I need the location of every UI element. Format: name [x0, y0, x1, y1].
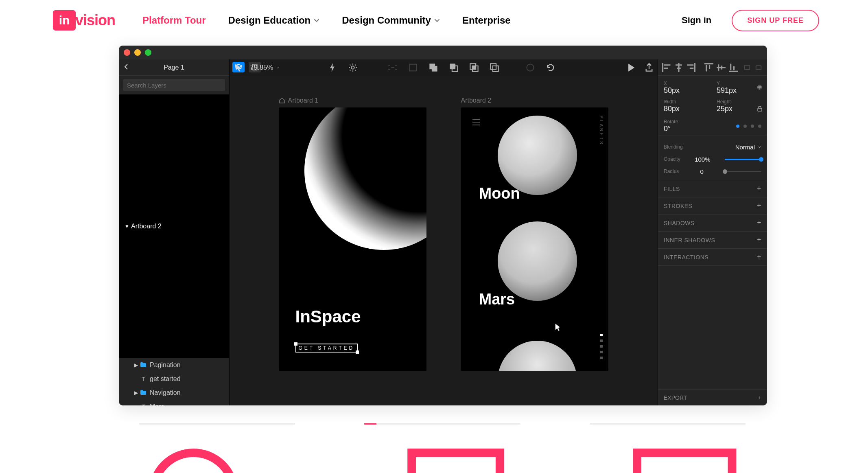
svg-point-1	[351, 66, 354, 69]
back-button[interactable]	[124, 64, 129, 71]
inner-shadows-section[interactable]: INNER SHADOWS+	[658, 232, 767, 249]
align-left-icon[interactable]	[662, 63, 671, 72]
layers-tree: ▼ Artboard 2 ▶ Pagination T get started …	[119, 94, 229, 405]
width-value[interactable]: 80px	[664, 105, 708, 113]
layer-mars-text[interactable]: T Mars	[119, 400, 229, 405]
link-icon[interactable]	[388, 63, 397, 72]
nav-design-community[interactable]: Design Community	[342, 15, 440, 26]
x-value[interactable]: 50px	[664, 86, 708, 95]
align-bottom-icon[interactable]	[729, 63, 738, 72]
width-label: Width	[664, 99, 708, 105]
nav-label: Design Education	[228, 15, 311, 26]
plus-icon[interactable]: +	[757, 236, 761, 244]
radius-slider[interactable]	[725, 171, 761, 172]
lock-icon[interactable]	[757, 106, 762, 113]
search-layers-input[interactable]	[123, 79, 225, 91]
caret-down-icon: ▼	[125, 223, 129, 229]
chevron-down-icon	[757, 146, 761, 148]
corner-radius-presets[interactable]	[736, 125, 761, 128]
layer-label: Artboard 2	[131, 223, 162, 230]
planet-image	[498, 341, 577, 371]
artboard-label[interactable]: Artboard 1	[279, 97, 426, 104]
caret-right-icon: ▶	[133, 390, 138, 396]
interactions-section[interactable]: INTERACTIONS+	[658, 249, 767, 266]
plus-icon[interactable]: +	[757, 253, 761, 261]
window-titlebar	[119, 46, 767, 59]
bolt-icon[interactable]	[328, 63, 337, 72]
gear-icon[interactable]	[348, 63, 357, 72]
get-started-selected-element[interactable]: GET STARTED	[295, 344, 358, 353]
shadows-section[interactable]: SHADOWS+	[658, 215, 767, 232]
svg-point-12	[527, 64, 533, 71]
maximize-window-button[interactable]	[145, 49, 151, 56]
feature-col-1	[139, 423, 295, 473]
svg-rect-10	[490, 64, 496, 69]
distribute-h-icon[interactable]	[743, 63, 752, 72]
blending-dropdown[interactable]: Normal	[735, 144, 761, 151]
refresh-icon[interactable]	[526, 63, 535, 72]
redo-icon[interactable]	[546, 63, 555, 72]
strokes-section[interactable]: STROKES+	[658, 197, 767, 215]
select-tool[interactable]	[234, 63, 243, 72]
logo[interactable]: in vision	[53, 10, 118, 31]
zoom-dropdown[interactable]: 79.85%	[250, 64, 280, 72]
overlap-icon	[364, 439, 520, 473]
minimize-window-button[interactable]	[134, 49, 141, 56]
plus-icon[interactable]: +	[757, 219, 761, 227]
planets-label: PLANETS	[599, 116, 603, 146]
caret-right-icon: ▶	[133, 362, 138, 368]
pin-icon[interactable]: ◉	[757, 83, 762, 90]
y-value[interactable]: 591px	[717, 86, 761, 95]
signup-button[interactable]: SIGN UP FREE	[732, 10, 819, 31]
layer-pagination-folder[interactable]: ▶ Pagination	[119, 358, 229, 372]
layer-navigation-folder[interactable]: ▶ Navigation	[119, 386, 229, 400]
design-canvas[interactable]: Artboard 1 InSpace GET STARTED Artboard …	[230, 76, 658, 405]
plus-icon[interactable]: +	[757, 184, 761, 193]
artboard-2-wrap: Artboard 2 PLANETS Moon Mars	[461, 97, 608, 371]
layer-label: Mars	[150, 403, 164, 405]
close-window-button[interactable]	[124, 49, 130, 56]
plus-icon[interactable]: +	[757, 201, 761, 210]
layers-sidebar: Page 1 ▼ Artboard 2 ▶ Pagination T get s…	[119, 59, 230, 405]
opacity-value[interactable]: 100%	[695, 156, 710, 163]
mars-title: Mars	[479, 291, 515, 308]
export-section[interactable]: EXPORT+	[658, 389, 767, 405]
align-right-icon[interactable]	[687, 63, 695, 72]
header-right: Sign in SIGN UP FREE	[682, 10, 819, 31]
align-top-icon[interactable]	[704, 63, 713, 72]
nav-enterprise[interactable]: Enterprise	[462, 15, 511, 26]
rotate-value[interactable]: 0°	[664, 125, 678, 133]
intersect-icon[interactable]	[470, 63, 479, 72]
height-value[interactable]: 25px	[717, 105, 761, 113]
opacity-slider[interactable]	[725, 159, 761, 160]
signin-link[interactable]: Sign in	[682, 15, 711, 26]
artboard-1[interactable]: InSpace GET STARTED	[279, 107, 426, 371]
svg-point-16	[153, 453, 234, 473]
union-icon[interactable]	[429, 63, 438, 72]
shape-icon	[139, 439, 295, 473]
layer-get-started-text[interactable]: T get started	[119, 372, 229, 386]
subtract-icon[interactable]	[449, 63, 458, 72]
distribute-v-icon[interactable]	[754, 63, 763, 72]
chevron-down-icon	[314, 18, 319, 23]
fills-section[interactable]: FILLS+	[658, 180, 767, 197]
plus-icon[interactable]: +	[758, 394, 761, 401]
nav-platform-tour[interactable]: Platform Tour	[142, 15, 206, 26]
svg-rect-5	[450, 64, 455, 69]
artboard-label[interactable]: Artboard 2	[461, 97, 608, 104]
mars-image	[498, 221, 577, 301]
svg-rect-2	[410, 64, 417, 71]
folder-icon	[140, 390, 146, 396]
page-title[interactable]: Page 1	[164, 64, 184, 71]
align-center-v-icon[interactable]	[717, 63, 726, 72]
layer-label: Navigation	[150, 389, 181, 396]
play-icon[interactable]	[627, 63, 636, 72]
artboard-2[interactable]: PLANETS Moon Mars	[461, 107, 608, 371]
svg-rect-14	[756, 66, 761, 69]
radius-value[interactable]: 0	[700, 168, 704, 175]
align-center-h-icon[interactable]	[674, 63, 683, 72]
crop-icon[interactable]	[409, 63, 418, 72]
share-icon[interactable]	[645, 63, 654, 72]
nav-design-education[interactable]: Design Education	[228, 15, 320, 26]
exclude-icon[interactable]	[490, 63, 499, 72]
